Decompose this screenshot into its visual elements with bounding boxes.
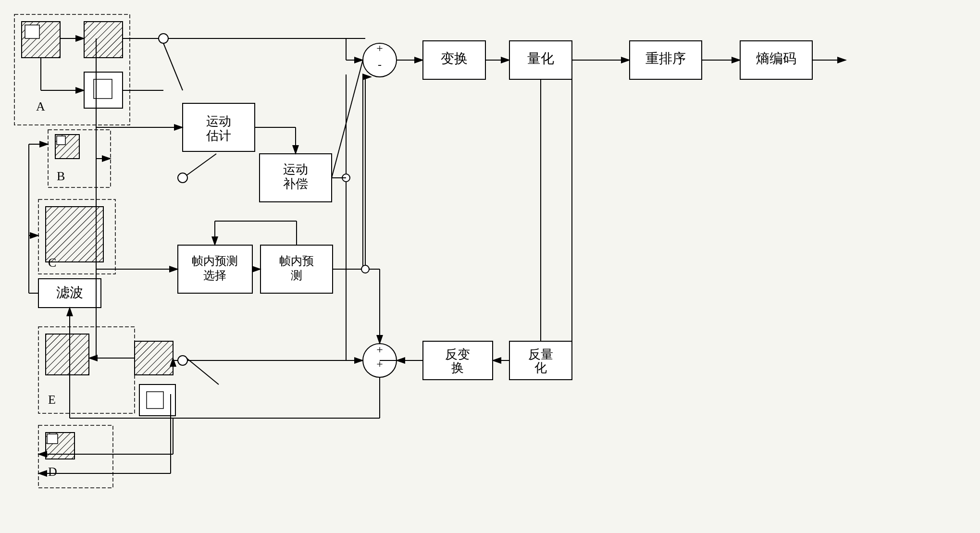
svg-text:+: + [376, 343, 383, 356]
block-e-hatch [46, 334, 89, 375]
svg-text:+: + [376, 42, 383, 54]
block-c-hatch [46, 207, 103, 262]
label-b: B [57, 169, 65, 183]
svg-text:估计: 估计 [206, 129, 231, 143]
switch-recon [178, 356, 187, 365]
label-intra-predict: 帧内预 [279, 255, 314, 267]
svg-rect-5 [25, 25, 39, 38]
label-c: C [48, 256, 56, 270]
svg-rect-3 [0, 0, 980, 533]
svg-text:选择: 选择 [203, 269, 226, 282]
svg-text:化: 化 [534, 361, 547, 375]
label-inv-quantize: 反量 [528, 347, 553, 361]
label-motion-estimate: 运动 [206, 114, 231, 128]
label-intra-select: 帧内预测 [192, 255, 238, 267]
block-b-white [57, 136, 65, 145]
svg-text:测: 测 [291, 269, 302, 282]
label-a: A [36, 99, 45, 113]
label-d: D [48, 465, 57, 479]
switch-top [159, 34, 168, 43]
label-e: E [48, 393, 56, 407]
block-a2-hatch [84, 22, 123, 58]
block-d-white [47, 434, 58, 444]
svg-text:换: 换 [451, 361, 464, 375]
diagram-container: A + - [0, 0, 980, 533]
label-filter: 滤波 [56, 285, 83, 300]
switch-bottom [178, 173, 187, 183]
block-e-white-inner [147, 392, 163, 409]
label-motion-compensate: 运动 [283, 162, 308, 176]
svg-text:+: + [376, 358, 383, 370]
block-e-ref-hatch [135, 341, 173, 375]
label-entropy: 熵编码 [756, 51, 796, 66]
junction-intra [361, 265, 369, 273]
label-reorder: 重排序 [645, 51, 686, 66]
label-inv-transform: 反变 [445, 347, 470, 361]
svg-text:补偿: 补偿 [283, 177, 308, 191]
label-transform: 变换 [441, 51, 468, 66]
label-quantize: 量化 [527, 51, 554, 66]
svg-text:-: - [378, 58, 382, 71]
